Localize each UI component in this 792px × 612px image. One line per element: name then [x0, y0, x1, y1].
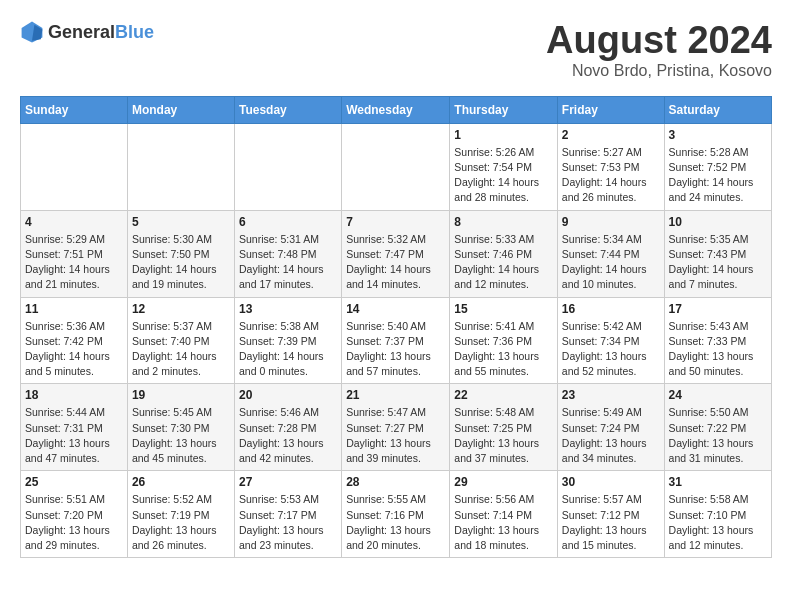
day-number: 8 [454, 215, 553, 229]
day-info: Sunrise: 5:40 AM Sunset: 7:37 PM Dayligh… [346, 319, 445, 380]
day-info: Sunrise: 5:43 AM Sunset: 7:33 PM Dayligh… [669, 319, 767, 380]
day-info: Sunrise: 5:51 AM Sunset: 7:20 PM Dayligh… [25, 492, 123, 553]
day-info: Sunrise: 5:45 AM Sunset: 7:30 PM Dayligh… [132, 405, 230, 466]
day-number: 27 [239, 475, 337, 489]
day-number: 5 [132, 215, 230, 229]
calendar-table: SundayMondayTuesdayWednesdayThursdayFrid… [20, 96, 772, 558]
day-number: 4 [25, 215, 123, 229]
day-number: 25 [25, 475, 123, 489]
day-info: Sunrise: 5:35 AM Sunset: 7:43 PM Dayligh… [669, 232, 767, 293]
calendar-cell [127, 123, 234, 210]
day-number: 22 [454, 388, 553, 402]
page-header: General Blue August 2024 Novo Brdo, Pris… [20, 20, 772, 80]
day-number: 18 [25, 388, 123, 402]
week-row-3: 18Sunrise: 5:44 AM Sunset: 7:31 PM Dayli… [21, 384, 772, 471]
day-number: 13 [239, 302, 337, 316]
calendar-cell: 7Sunrise: 5:32 AM Sunset: 7:47 PM Daylig… [342, 210, 450, 297]
day-info: Sunrise: 5:57 AM Sunset: 7:12 PM Dayligh… [562, 492, 660, 553]
calendar-cell: 21Sunrise: 5:47 AM Sunset: 7:27 PM Dayli… [342, 384, 450, 471]
day-number: 16 [562, 302, 660, 316]
calendar-cell: 16Sunrise: 5:42 AM Sunset: 7:34 PM Dayli… [557, 297, 664, 384]
calendar-cell: 27Sunrise: 5:53 AM Sunset: 7:17 PM Dayli… [234, 471, 341, 558]
day-info: Sunrise: 5:27 AM Sunset: 7:53 PM Dayligh… [562, 145, 660, 206]
day-info: Sunrise: 5:30 AM Sunset: 7:50 PM Dayligh… [132, 232, 230, 293]
day-number: 23 [562, 388, 660, 402]
day-number: 3 [669, 128, 767, 142]
day-info: Sunrise: 5:42 AM Sunset: 7:34 PM Dayligh… [562, 319, 660, 380]
calendar-cell: 1Sunrise: 5:26 AM Sunset: 7:54 PM Daylig… [450, 123, 558, 210]
calendar-cell: 20Sunrise: 5:46 AM Sunset: 7:28 PM Dayli… [234, 384, 341, 471]
calendar-cell: 25Sunrise: 5:51 AM Sunset: 7:20 PM Dayli… [21, 471, 128, 558]
day-number: 9 [562, 215, 660, 229]
day-info: Sunrise: 5:52 AM Sunset: 7:19 PM Dayligh… [132, 492, 230, 553]
day-number: 11 [25, 302, 123, 316]
header-tuesday: Tuesday [234, 96, 341, 123]
day-number: 28 [346, 475, 445, 489]
logo: General Blue [20, 20, 154, 44]
calendar-cell: 8Sunrise: 5:33 AM Sunset: 7:46 PM Daylig… [450, 210, 558, 297]
day-info: Sunrise: 5:29 AM Sunset: 7:51 PM Dayligh… [25, 232, 123, 293]
calendar-cell: 28Sunrise: 5:55 AM Sunset: 7:16 PM Dayli… [342, 471, 450, 558]
calendar-cell: 15Sunrise: 5:41 AM Sunset: 7:36 PM Dayli… [450, 297, 558, 384]
calendar-header: SundayMondayTuesdayWednesdayThursdayFrid… [21, 96, 772, 123]
calendar-cell: 19Sunrise: 5:45 AM Sunset: 7:30 PM Dayli… [127, 384, 234, 471]
day-info: Sunrise: 5:44 AM Sunset: 7:31 PM Dayligh… [25, 405, 123, 466]
day-number: 7 [346, 215, 445, 229]
day-info: Sunrise: 5:37 AM Sunset: 7:40 PM Dayligh… [132, 319, 230, 380]
calendar-cell: 29Sunrise: 5:56 AM Sunset: 7:14 PM Dayli… [450, 471, 558, 558]
day-info: Sunrise: 5:50 AM Sunset: 7:22 PM Dayligh… [669, 405, 767, 466]
day-info: Sunrise: 5:31 AM Sunset: 7:48 PM Dayligh… [239, 232, 337, 293]
header-wednesday: Wednesday [342, 96, 450, 123]
day-info: Sunrise: 5:53 AM Sunset: 7:17 PM Dayligh… [239, 492, 337, 553]
day-number: 30 [562, 475, 660, 489]
title-block: August 2024 Novo Brdo, Pristina, Kosovo [546, 20, 772, 80]
calendar-cell: 26Sunrise: 5:52 AM Sunset: 7:19 PM Dayli… [127, 471, 234, 558]
day-number: 2 [562, 128, 660, 142]
calendar-cell: 5Sunrise: 5:30 AM Sunset: 7:50 PM Daylig… [127, 210, 234, 297]
logo-icon [20, 20, 44, 44]
logo-general: General [48, 22, 115, 43]
day-number: 17 [669, 302, 767, 316]
calendar-cell: 24Sunrise: 5:50 AM Sunset: 7:22 PM Dayli… [664, 384, 771, 471]
calendar-cell: 3Sunrise: 5:28 AM Sunset: 7:52 PM Daylig… [664, 123, 771, 210]
day-info: Sunrise: 5:46 AM Sunset: 7:28 PM Dayligh… [239, 405, 337, 466]
calendar-cell: 12Sunrise: 5:37 AM Sunset: 7:40 PM Dayli… [127, 297, 234, 384]
calendar-cell: 6Sunrise: 5:31 AM Sunset: 7:48 PM Daylig… [234, 210, 341, 297]
week-row-0: 1Sunrise: 5:26 AM Sunset: 7:54 PM Daylig… [21, 123, 772, 210]
calendar-cell: 2Sunrise: 5:27 AM Sunset: 7:53 PM Daylig… [557, 123, 664, 210]
day-number: 1 [454, 128, 553, 142]
day-number: 19 [132, 388, 230, 402]
day-info: Sunrise: 5:28 AM Sunset: 7:52 PM Dayligh… [669, 145, 767, 206]
day-number: 31 [669, 475, 767, 489]
logo-blue: Blue [115, 22, 154, 43]
week-row-1: 4Sunrise: 5:29 AM Sunset: 7:51 PM Daylig… [21, 210, 772, 297]
day-info: Sunrise: 5:26 AM Sunset: 7:54 PM Dayligh… [454, 145, 553, 206]
header-monday: Monday [127, 96, 234, 123]
calendar-cell: 4Sunrise: 5:29 AM Sunset: 7:51 PM Daylig… [21, 210, 128, 297]
day-number: 21 [346, 388, 445, 402]
calendar-cell: 30Sunrise: 5:57 AM Sunset: 7:12 PM Dayli… [557, 471, 664, 558]
header-sunday: Sunday [21, 96, 128, 123]
day-number: 26 [132, 475, 230, 489]
header-thursday: Thursday [450, 96, 558, 123]
calendar-cell: 31Sunrise: 5:58 AM Sunset: 7:10 PM Dayli… [664, 471, 771, 558]
calendar-cell: 18Sunrise: 5:44 AM Sunset: 7:31 PM Dayli… [21, 384, 128, 471]
calendar-cell: 10Sunrise: 5:35 AM Sunset: 7:43 PM Dayli… [664, 210, 771, 297]
calendar-cell: 11Sunrise: 5:36 AM Sunset: 7:42 PM Dayli… [21, 297, 128, 384]
day-number: 15 [454, 302, 553, 316]
calendar-cell [342, 123, 450, 210]
calendar-cell: 22Sunrise: 5:48 AM Sunset: 7:25 PM Dayli… [450, 384, 558, 471]
calendar-cell [234, 123, 341, 210]
day-number: 20 [239, 388, 337, 402]
calendar-cell: 14Sunrise: 5:40 AM Sunset: 7:37 PM Dayli… [342, 297, 450, 384]
header-friday: Friday [557, 96, 664, 123]
day-info: Sunrise: 5:58 AM Sunset: 7:10 PM Dayligh… [669, 492, 767, 553]
week-row-4: 25Sunrise: 5:51 AM Sunset: 7:20 PM Dayli… [21, 471, 772, 558]
calendar-cell: 23Sunrise: 5:49 AM Sunset: 7:24 PM Dayli… [557, 384, 664, 471]
day-number: 29 [454, 475, 553, 489]
calendar-body: 1Sunrise: 5:26 AM Sunset: 7:54 PM Daylig… [21, 123, 772, 557]
day-number: 6 [239, 215, 337, 229]
day-info: Sunrise: 5:56 AM Sunset: 7:14 PM Dayligh… [454, 492, 553, 553]
calendar-title: August 2024 [546, 20, 772, 62]
calendar-cell [21, 123, 128, 210]
